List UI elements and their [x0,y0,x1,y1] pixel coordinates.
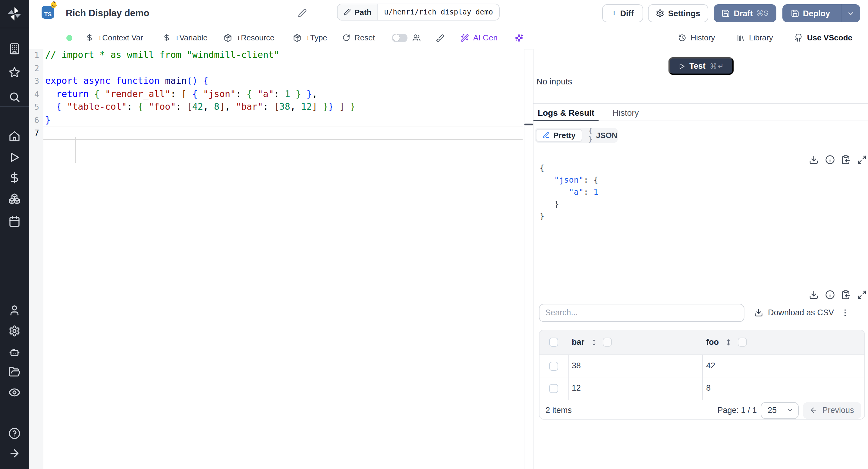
no-inputs-text: No inputs [536,76,572,86]
page-size-select[interactable]: 25 [761,402,798,419]
pretty-view-button[interactable]: Pretty [536,129,582,142]
reset-button[interactable]: Reset [342,27,375,49]
sidebar-cubes-icon[interactable] [8,193,21,205]
arrow-left-icon [809,407,817,414]
add-type-label: +Type [306,33,327,42]
code-line-3[interactable]: export async function main() { [45,75,209,88]
test-button[interactable]: Test ⌘↵ [669,57,734,75]
page-size-value: 25 [768,406,777,415]
magic-wand-icon [461,33,469,42]
table-header-row: bar foo [539,330,864,354]
rotate-icon [342,34,350,41]
use-vscode-button[interactable]: Use VScode [795,33,852,42]
draft-button[interactable]: Draft ⌘S [714,4,776,22]
tab-history[interactable]: History [598,104,653,121]
ai-gen-button[interactable]: AI Gen [461,27,498,49]
expand-icon[interactable] [857,290,867,300]
code-line-5[interactable]: { "table-col": { "foo": [42, 8], "bar": … [45,101,355,114]
clipboard-copy-icon[interactable] [841,155,850,164]
pane-resize-handle[interactable] [524,124,532,125]
editor-right-edge [524,49,524,469]
test-label: Test [689,61,706,70]
download-icon[interactable] [809,155,818,164]
download-icon[interactable] [809,290,818,300]
sidebar-eye-icon[interactable] [8,386,21,399]
sidebar-help-icon[interactable] [8,428,21,439]
info-icon[interactable] [825,155,835,164]
reset-label: Reset [354,33,375,42]
expand-icon[interactable] [857,155,867,164]
clipboard-copy-icon[interactable] [841,290,850,300]
column-divider [702,354,703,399]
add-resource-button[interactable]: +Resource [224,27,274,49]
path-edit-button[interactable]: Path [338,4,378,20]
code-line-6[interactable]: } [45,114,51,127]
add-type-button[interactable]: +Type [293,27,327,49]
sidebar-calendar-icon[interactable] [8,215,21,227]
sidebar-star-icon[interactable] [8,66,21,79]
script-emoji: 👶 [50,2,58,8]
sidebar-gear-icon[interactable] [8,325,21,337]
sidebar-building-icon[interactable] [8,43,21,55]
package-icon [224,33,232,42]
path-control[interactable]: Path u/henri/rich_display_demo [337,4,500,21]
draft-shortcut: ⌘S [756,9,769,18]
row-checkbox[interactable] [549,362,558,370]
code-lines[interactable]: // import * as wmill from "windmill-clie… [29,49,524,469]
deploy-main[interactable]: Deploy [782,4,837,22]
column-toggle-foo[interactable] [738,338,747,347]
format-button[interactable] [436,27,444,49]
add-context-var-button[interactable]: +Context Var [86,27,143,49]
sidebar-dollar-icon[interactable] [8,172,21,184]
sidebar-robot-icon[interactable] [8,346,21,358]
tab-logs-result[interactable]: Logs & Result [533,104,598,121]
info-icon[interactable] [825,290,835,300]
code-line-1[interactable]: // import * as wmill from "windmill-clie… [45,49,279,62]
deploy-dropdown-button[interactable] [841,4,860,22]
column-toggle-bar[interactable] [603,338,612,347]
library-icon [737,34,745,42]
row-checkbox[interactable] [549,384,558,393]
json-line: "a": 1 [539,185,598,197]
save-icon [721,9,730,18]
json-view-button[interactable]: { } JSON [582,127,624,144]
kebab-menu-icon[interactable] [840,307,850,318]
sort-icon[interactable] [724,338,733,346]
cell-foo: 8 [706,383,711,393]
logo-block[interactable] [0,0,29,28]
library-button[interactable]: Library [737,33,773,42]
sidebar-arrow-right-icon[interactable] [8,447,21,459]
settings-button[interactable]: Settings [648,4,708,22]
sidebar-search-icon[interactable] [8,91,21,103]
sort-icon[interactable] [590,338,598,346]
code-line-4[interactable]: return { "render_all": [ { "json": { "a"… [45,88,317,101]
sidebar-folder-icon[interactable] [8,366,21,378]
edit-summary-pencil-icon[interactable] [298,8,307,18]
sidebar-user-icon[interactable] [8,305,21,316]
editor-toolbar: +Context Var +Variable +Resource +Type R… [29,27,868,50]
column-header-bar[interactable]: bar [572,338,584,347]
windmill-logo-icon [7,6,22,22]
ai-sparkles-button[interactable] [515,27,523,49]
collaborators-button[interactable] [412,27,421,49]
page-title: Rich Display demo [66,8,149,19]
ai-gen-label: AI Gen [473,33,498,42]
previous-label: Previous [822,406,854,415]
sidebar-home-icon[interactable] [8,130,21,142]
gear-icon [656,9,664,18]
download-csv-button[interactable]: Download as CSV [754,304,834,322]
diff-button[interactable]: ± Diff [602,4,643,22]
column-header-foo[interactable]: foo [706,338,719,347]
collab-toggle[interactable] [392,33,407,42]
select-all-checkbox[interactable] [549,338,558,347]
previous-page-button[interactable]: Previous [803,402,861,419]
json-label: JSON [596,131,618,140]
sidebar-play-icon[interactable] [8,151,21,163]
add-variable-button[interactable]: +Variable [163,27,208,49]
search-input[interactable] [538,304,744,322]
pretty-label: Pretty [553,131,576,140]
history-button[interactable]: History [678,33,715,42]
code-editor[interactable]: 1234567 // import * as wmill from "windm… [29,49,524,469]
path-label: Path [354,7,371,17]
deploy-button[interactable]: Deploy [782,4,860,22]
